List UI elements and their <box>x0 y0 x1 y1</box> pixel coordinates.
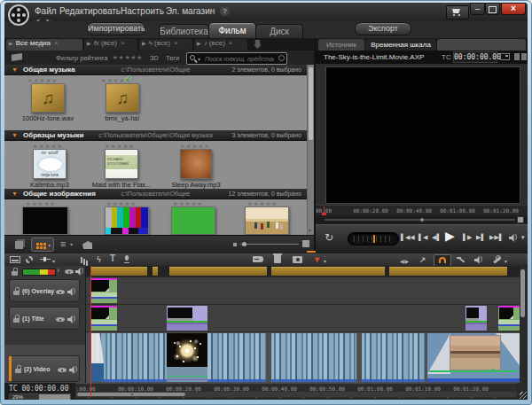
lock-icon[interactable] <box>13 287 20 295</box>
item-rating-stars[interactable]: ★★★★★ <box>33 143 63 149</box>
media-item-photo[interactable] <box>245 206 289 235</box>
section-header-common-music[interactable]: ▼ Общая музыка c:\Пользователи\Общие 2 э… <box>4 65 307 75</box>
zoom-out-square-icon[interactable] <box>233 243 237 246</box>
track-overlay-lane[interactable] <box>85 277 522 304</box>
scrubber-dot[interactable] <box>420 218 424 222</box>
wrench-tools-icon[interactable] <box>492 255 501 264</box>
chevron-down-icon[interactable]: ▾ <box>505 257 507 266</box>
scrollbar-thumb[interactable] <box>520 269 525 317</box>
magnet-snap-button[interactable] <box>434 254 451 267</box>
track-header-video-selected[interactable]: (2) Video <box>9 355 80 382</box>
tab-close-icon[interactable]: × <box>121 39 125 47</box>
preview-scrubber[interactable] <box>316 215 528 224</box>
item-rating-stars[interactable]: ★★★★★ <box>27 77 58 83</box>
navigator-clip[interactable] <box>389 267 507 276</box>
clip-title-purple[interactable] <box>167 306 207 331</box>
snapshot-camera-icon[interactable] <box>293 256 302 263</box>
scroll-down-icon[interactable]: ▾ <box>309 227 311 233</box>
clip-video-blue[interactable] <box>271 333 356 382</box>
scrubber-handle[interactable] <box>517 216 524 223</box>
grid-view-button[interactable]: ▾ <box>31 238 54 252</box>
section-header-common-images[interactable]: ▼ Общие изображения c:\Пользователи\Общи… <box>4 189 307 199</box>
go-to-end-button[interactable]: ▶▶▌ <box>489 234 504 241</box>
import-button[interactable]: Импортировать <box>87 22 145 35</box>
navigator-clip[interactable] <box>91 267 147 276</box>
clip-fireworks[interactable] <box>167 333 207 382</box>
tab-close-icon[interactable]: × <box>54 39 59 47</box>
visibility-eye-icon[interactable] <box>56 288 65 295</box>
zoom-in-square-icon[interactable] <box>302 240 309 247</box>
3d-cube-icon[interactable] <box>15 241 23 249</box>
clip-title-purple[interactable] <box>466 306 487 331</box>
timeline-v-scrollbar[interactable] <box>520 266 526 383</box>
expand-arrow-icon[interactable]: › <box>57 266 59 275</box>
go-to-start-button[interactable]: ▌◀◀ <box>401 234 415 241</box>
menu-store[interactable]: Эл. магазин <box>166 6 215 16</box>
clip-overlay-title[interactable] <box>90 278 117 303</box>
razor-split-icon[interactable] <box>253 256 263 262</box>
mute-speaker-icon[interactable] <box>67 315 75 323</box>
tab-timeline[interactable]: Временная шкала <box>365 39 436 51</box>
track-header-overlay[interactable]: (0) Overlay <box>9 279 80 302</box>
media-item-black-image[interactable] <box>22 206 68 235</box>
master-level-meter[interactable] <box>22 269 56 276</box>
chevron-down-icon[interactable]: ▾ <box>52 257 55 266</box>
volume-caret-icon[interactable]: ▾ <box>521 234 525 241</box>
collection-tab-music[interactable]: ▶♪ (все)× <box>194 39 247 51</box>
track-video-lane[interactable] <box>85 332 522 383</box>
media-item-kalimba[interactable]: mr. scruff ninja tuna <box>33 149 66 179</box>
list-view-button[interactable]: ≡ ▾ <box>58 238 77 252</box>
media-type-filter-icon[interactable] <box>12 53 22 61</box>
tab-arrow-icon[interactable]: ▶ <box>87 41 91 46</box>
visibility-eye-icon[interactable] <box>56 315 65 323</box>
collection-tab-fx[interactable]: ▶fx (все)× <box>84 39 137 51</box>
play-button[interactable]: ▶ <box>445 229 455 243</box>
transition-lightning-icon[interactable]: ϟ <box>97 255 101 264</box>
menu-setup[interactable]: Настроить <box>121 6 164 16</box>
tab-arrow-icon[interactable]: ▶ <box>197 41 201 46</box>
preview-timecode[interactable]: 00:00:00.00 <box>453 51 497 63</box>
search-input[interactable] <box>203 53 276 64</box>
media-item-green-image[interactable] <box>171 206 215 235</box>
section-header-music-samples[interactable]: ▼ Образцы музыки c:\Пользователи\Общие\О… <box>4 130 307 141</box>
video-preview-screen[interactable] <box>325 66 520 204</box>
item-rating-stars[interactable]: ★★★★★ <box>180 143 210 149</box>
undock-preview-icon[interactable] <box>500 53 510 60</box>
shuttle-jog-control[interactable] <box>348 232 399 245</box>
mute-speaker-icon[interactable] <box>67 288 75 296</box>
next-clip-button[interactable]: ▶▌ <box>476 234 485 241</box>
chevron-down-icon[interactable]: ▾ <box>48 242 51 248</box>
pin-icon[interactable] <box>254 40 262 49</box>
clip-title-green[interactable] <box>90 306 117 331</box>
timeline-zoom-bar[interactable]: 29% <box>9 393 71 400</box>
tab-close-icon[interactable]: × <box>174 39 178 47</box>
tab-movie[interactable]: Фильм <box>208 22 256 39</box>
media-item-sleep-away[interactable] <box>180 149 212 179</box>
tab-disc[interactable]: Диск <box>255 24 303 39</box>
menu-edit[interactable]: Редактировать <box>59 6 121 16</box>
search-clear-icon[interactable] <box>278 55 285 61</box>
timeline-h-scrollbar[interactable] <box>75 392 517 397</box>
item-rating-stars[interactable]: ★★★★★ <box>105 143 135 149</box>
check-icon[interactable]: ✓ <box>125 74 132 83</box>
search-caret-icon[interactable]: ▾ <box>198 56 200 62</box>
dual-preview-icon[interactable] <box>514 53 520 60</box>
help-icon[interactable]: ? <box>220 6 230 16</box>
media-item-bmx-ya-ha[interactable]: ♫ <box>106 83 139 113</box>
timeline-playhead[interactable] <box>90 266 91 397</box>
track-title-lane[interactable] <box>85 305 522 331</box>
tab-source[interactable]: Источник <box>318 39 364 51</box>
loop-playback-icon[interactable]: ↻ <box>325 231 333 244</box>
clip-desert-video[interactable] <box>427 333 522 382</box>
visibility-eye-icon[interactable] <box>58 366 66 373</box>
cart-icon[interactable] <box>446 5 469 19</box>
title-tool-icon[interactable]: T <box>110 254 115 263</box>
item-rating-stars[interactable]: ★★★★★ <box>106 200 137 206</box>
clip-audio-block[interactable] <box>90 363 104 382</box>
trim-mode-icon[interactable]: ◀▶ <box>400 257 410 266</box>
audio-mixer-icon[interactable] <box>40 256 51 263</box>
clip-title-green[interactable] <box>498 306 520 331</box>
tab-close-icon[interactable]: × <box>229 39 233 47</box>
mute-speaker-icon[interactable] <box>69 366 77 374</box>
maximize-button[interactable] <box>485 3 500 15</box>
